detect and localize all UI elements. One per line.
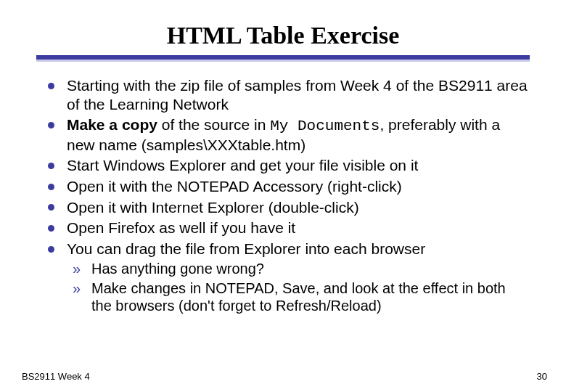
bullet-item: Make a copy of the source in My Document… <box>44 115 530 154</box>
bullet-item: Start Windows Explorer and get your file… <box>44 156 530 175</box>
divider-bottom <box>36 60 530 62</box>
bullet-item: Open it with Internet Explorer (double-c… <box>44 198 530 217</box>
bullet-item: Starting with the zip file of samples fr… <box>44 76 530 113</box>
slide-number: 30 <box>537 371 547 382</box>
slide-title: HTML Table Exercise <box>36 22 530 49</box>
slide-content: Starting with the zip file of samples fr… <box>36 76 530 315</box>
sub-bullet-list: Has anything gone wrong? Make changes in… <box>73 260 530 314</box>
slide: HTML Table Exercise Starting with the zi… <box>0 0 566 392</box>
bullet-list: Starting with the zip file of samples fr… <box>44 76 530 258</box>
bullet-item: Open it with the NOTEPAD Accessory (righ… <box>44 177 530 196</box>
sub-bullet-item: Has anything gone wrong? <box>73 260 530 277</box>
footer-left: BS2911 Week 4 <box>22 371 90 382</box>
bullet-item: Open Firefox as well if you have it <box>44 219 530 237</box>
sub-bullet-item: Make changes in NOTEPAD, Save, and look … <box>73 279 530 315</box>
bullet-item: You can drag the file from Explorer into… <box>44 240 530 258</box>
